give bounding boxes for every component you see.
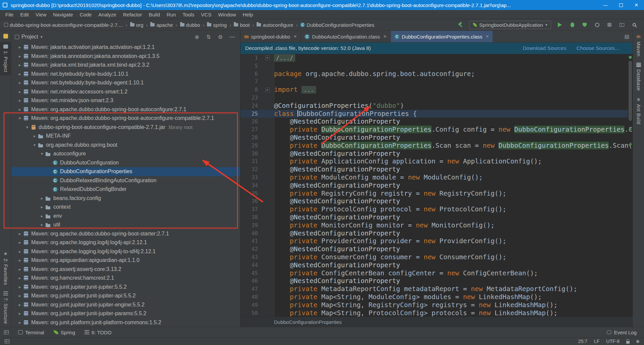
code-line-6[interactable]: 6package org.apache.dubbo.spring.boot.au…: [240, 70, 628, 78]
tree-toggle-icon[interactable]: ▸: [17, 89, 23, 94]
tree-toggle-icon[interactable]: ▸: [17, 63, 23, 67]
tree-toggle-icon[interactable]: ▸: [17, 107, 23, 112]
tree-item[interactable]: ▸Maven: org.junit.jupiter:junit-jupiter-…: [11, 300, 240, 309]
code-line-32[interactable]: 32 @NestedConfigurationProperty: [240, 165, 628, 174]
code-line-29[interactable]: 29 private DubboConfigurationProperties.…: [240, 142, 628, 150]
breadcrumb-item[interactable]: apache: [150, 22, 173, 28]
hide-panel-icon[interactable]: —: [227, 34, 237, 40]
code-line-5[interactable]: 5: [240, 62, 628, 70]
code-editor[interactable]: 1+/.../56package org.apache.dubbo.spring…: [240, 54, 633, 317]
tree-item[interactable]: ▸Maven: net.minidev:accessors-smart:1.2: [11, 87, 240, 96]
code-line-26[interactable]: 26 @NestedConfigurationProperty: [240, 118, 628, 126]
tree-item[interactable]: ▸Maven: jakarta.annotation:jakarta.annot…: [11, 52, 240, 61]
menu-item-view[interactable]: View: [32, 12, 50, 17]
code-line-50[interactable]: 50 private Map<String, ProtocolConfig> p…: [240, 309, 628, 317]
project-panel-title[interactable]: Project: [21, 34, 38, 40]
layout-button[interactable]: [618, 21, 626, 28]
tree-item[interactable]: ▸Maven: net.minidev:json-smart:2.3: [11, 96, 240, 105]
tree-toggle-icon[interactable]: ▸: [39, 196, 45, 201]
tree-toggle-icon[interactable]: ▸: [17, 240, 23, 245]
code-line-37[interactable]: 37 private ProtocolConfig protocol = new…: [240, 205, 628, 213]
tree-toggle-icon[interactable]: ▸: [32, 134, 38, 138]
tree-toggle-icon[interactable]: ▸: [39, 205, 45, 209]
breadcrumb-item[interactable]: boot: [234, 22, 250, 28]
tree-item[interactable]: ▸Maven: org.apache.logging.log4j:log4j-t…: [11, 247, 240, 256]
close-icon[interactable]: ✕: [293, 34, 297, 39]
breadcrumb-item[interactable]: dubbo: [180, 22, 200, 28]
tree-toggle-icon[interactable]: ▸: [39, 222, 45, 227]
toolwindow-button-spring[interactable]: Spring: [54, 330, 75, 335]
tree-toggle-icon[interactable]: ▾: [17, 116, 23, 121]
menu-item-tools[interactable]: Tools: [179, 12, 198, 17]
menu-item-edit[interactable]: Edit: [17, 12, 32, 17]
code-line-42[interactable]: 42 @NestedConfigurationProperty: [240, 245, 628, 253]
code-line-24[interactable]: 24@ConfigurationProperties("dubbo"): [240, 102, 628, 110]
tree-item[interactable]: ▸beans.factory.config: [11, 194, 240, 203]
chevron-down-icon[interactable]: ▾: [41, 34, 43, 39]
tree-item[interactable]: ▸Maven: net.bytebuddy:byte-buddy:1.10.1: [11, 70, 240, 79]
tree-toggle-icon[interactable]: ▸: [17, 258, 23, 263]
tree-toggle-icon[interactable]: ▸: [17, 293, 23, 298]
tree-toggle-icon[interactable]: ▾: [24, 125, 30, 130]
code-line-33[interactable]: 33 private ModuleConfig module = new Mod…: [240, 174, 628, 182]
breadcrumb-item[interactable]: dubbo-spring-boot-autoconfigure-compatib…: [4, 22, 123, 28]
code-line-1[interactable]: 1+/.../: [240, 54, 628, 62]
tree-toggle-icon[interactable]: ▸: [17, 249, 23, 254]
banner-link[interactable]: Choose Sources...: [576, 45, 619, 51]
code-line-39[interactable]: 39 private MonitorConfig monitor = new M…: [240, 221, 628, 229]
menu-item-vcs[interactable]: VCS: [198, 12, 215, 17]
code-line-38[interactable]: 38 @NestedConfigurationProperty: [240, 213, 628, 221]
tool-stripe-button-database[interactable]: Database: [633, 60, 644, 94]
tree-item[interactable]: ▸Maven: org.apache.dubbo:dubbo-spring-bo…: [11, 105, 240, 114]
inspection-status-icon[interactable]: [629, 56, 632, 59]
tree-toggle-icon[interactable]: ▸: [17, 302, 23, 307]
tool-stripe-button-learn[interactable]: [0, 31, 11, 42]
tree-item[interactable]: ▸Maven: org.junit.jupiter:junit-jupiter-…: [11, 309, 240, 318]
code-line-36[interactable]: 36 @NestedConfigurationProperty: [240, 197, 628, 205]
tree-item[interactable]: ▸util: [11, 220, 240, 229]
stop-button[interactable]: [606, 21, 613, 28]
code-line-25[interactable]: 25class DubboConfigurationProperties {: [240, 110, 628, 118]
caret-position[interactable]: 25:7: [578, 339, 587, 344]
coverage-button[interactable]: [581, 21, 588, 28]
build-project-button[interactable]: [457, 21, 464, 28]
search-everywhere-button[interactable]: [631, 21, 638, 28]
toolwindow-button-grid[interactable]: [4, 330, 9, 334]
tree-item[interactable]: ▸Maven: org.hamcrest:hamcrest:2.1: [11, 274, 240, 283]
code-line-8[interactable]: 8+import ...: [240, 86, 628, 94]
tree-toggle-icon[interactable]: ▸: [17, 45, 23, 50]
tool-stripe-button-2-favorites[interactable]: 2: Favorites: [0, 248, 11, 288]
lock-icon[interactable]: [626, 341, 630, 344]
menu-item-refactor[interactable]: Refactor: [120, 12, 146, 17]
line-separator[interactable]: LF: [594, 339, 599, 344]
fold-icon[interactable]: +: [265, 56, 270, 60]
editor-breadcrumb[interactable]: DubboConfigurationProperties: [240, 317, 633, 327]
tree-item[interactable]: ▸Maven: jakarta.xml.bind:jakarta.xml.bin…: [11, 61, 240, 70]
tree-toggle-icon[interactable]: ▸: [17, 231, 23, 236]
code-line-47[interactable]: 47 private MetadataReportConfig metadata…: [240, 285, 628, 293]
collapse-all-icon[interactable]: ⇅: [204, 34, 213, 40]
code-line-44[interactable]: 44 @NestedConfigurationProperty: [240, 261, 628, 269]
toolwindow-button-event-log[interactable]: Event Log: [607, 330, 637, 335]
tree-item[interactable]: ▸context: [11, 203, 240, 212]
tool-windows-icon[interactable]: [5, 339, 9, 343]
tree-item[interactable]: CDubboRelaxedBindingAutoConfiguration: [11, 176, 240, 185]
tree-item[interactable]: ▸Maven: org.junit.jupiter:junit-jupiter-…: [11, 291, 240, 300]
breadcrumb-item[interactable]: autoconfigure: [257, 22, 293, 28]
tree-item[interactable]: CRelaxedDubboConfigBinder: [11, 185, 240, 194]
tree-item[interactable]: ▸Maven: jakarta.activation:jakarta.activ…: [11, 43, 240, 52]
tool-stripe-button-ant-build[interactable]: Ant Build: [633, 93, 644, 128]
tree-item[interactable]: ▸Maven: org.apiguardian:apiguardian-api:…: [11, 256, 240, 265]
tree-toggle-icon[interactable]: ▾: [39, 151, 45, 156]
menu-item-window[interactable]: Window: [215, 12, 239, 17]
editor-tabs-options-icon[interactable]: ▤: [625, 31, 633, 42]
breadcrumb-item[interactable]: CDubboConfigurationProperties: [300, 22, 374, 28]
tree-item[interactable]: ▸env: [11, 212, 240, 221]
tree-item[interactable]: ▾Maven: org.apache.dubbo:dubbo-spring-bo…: [11, 114, 240, 123]
code-line-46[interactable]: 46 @NestedConfigurationProperty: [240, 277, 628, 285]
tree-toggle-icon[interactable]: ▸: [39, 214, 45, 218]
settings-icon[interactable]: ⚙: [216, 34, 225, 40]
tree-toggle-icon[interactable]: ▸: [17, 54, 23, 59]
breadcrumb-item[interactable]: spring: [207, 22, 227, 28]
tree-item[interactable]: CDubboConfigurationProperties: [11, 167, 240, 176]
